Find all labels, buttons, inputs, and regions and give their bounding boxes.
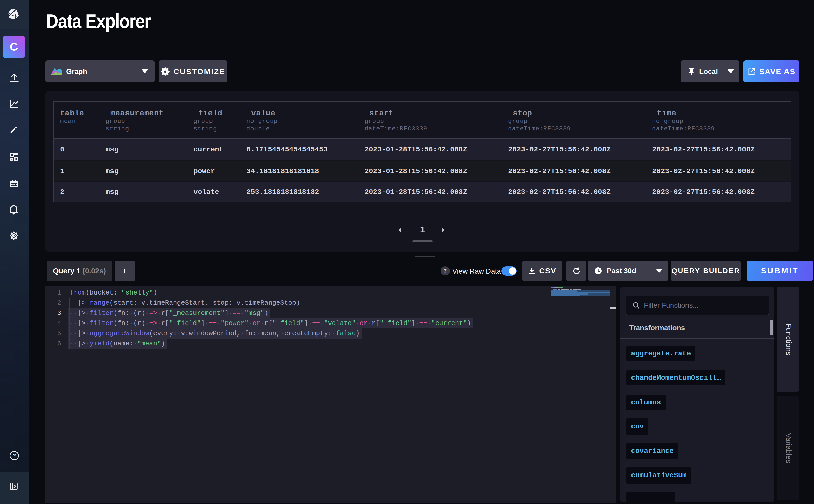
svg-text:?: ?	[13, 453, 16, 458]
